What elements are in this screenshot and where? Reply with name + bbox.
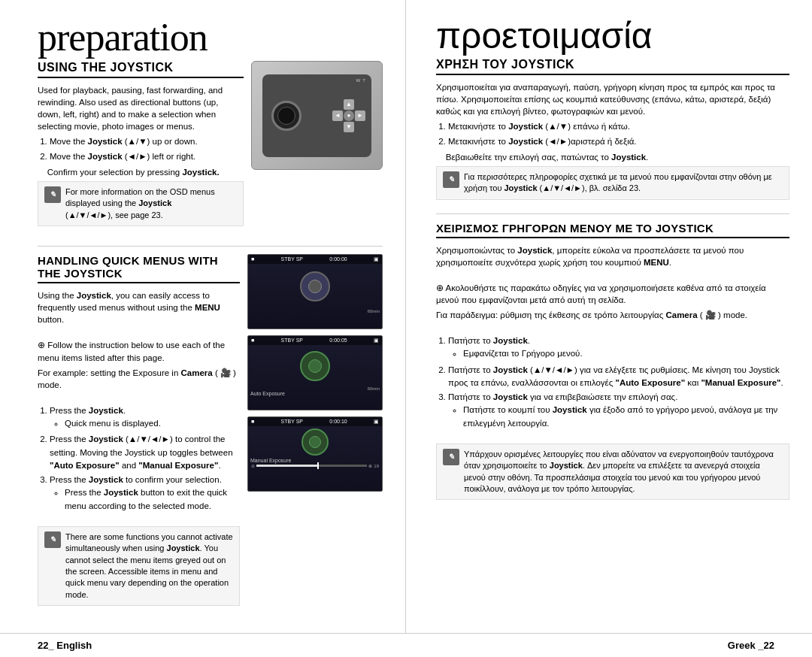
camera-image: ▲ ◄ ● ► ▼ W T [251, 61, 383, 232]
right-column: προετοιμασία ΧΡΗΣΗ ΤΟΥ JOYSTICK Χρησιμοπ… [406, 0, 812, 633]
greek-section1: ΧΡΗΣΗ ΤΟΥ JOYSTICK Χρησιμοποιείται για α… [436, 58, 789, 200]
handling-steps: Press the Joystick. Quick menu is displa… [38, 404, 240, 513]
note-text-1: For more information on the OSD menus di… [65, 186, 237, 221]
greek-note-box-2: ✎ Υπάρχουν ορισμένες λειτουργίες που είν… [436, 444, 789, 501]
greek-section1-body: Χρησιμοποιείται για αναπαραγωγή, παύση, … [436, 81, 789, 117]
greek-note-icon-1: ✎ [443, 171, 459, 188]
handling-body: Using the Joystick, you can easily acces… [38, 289, 240, 325]
section2-handling: HANDLING QUICK MENUS WITH THE JOYSTICK U… [38, 254, 383, 612]
left-column: preparation USING THE JOYSTICK Used for … [0, 0, 406, 633]
greek-note-icon-2: ✎ [443, 449, 459, 465]
greek-section1-steps: Μετακινήστε το Joystick (▲/▼) επάνω ή κά… [436, 120, 789, 148]
screens-column: ■ STBY SP 0:00:00 ▣ 60min [247, 254, 383, 612]
greek-title: προετοιμασία [436, 15, 789, 56]
screen2-label: Auto Exposure [248, 391, 382, 398]
greek-section2-header: ΧΕΙΡΙΣΜΟΣ ΓΡΗΓΟΡΩΝ ΜΕΝΟΥ ΜΕ ΤΟ JOYSTICK [436, 222, 789, 238]
greek-hstep1: Πατήστε το Joystick. Εμφανίζεται το Γρήγ… [448, 335, 789, 361]
screen2-status: ■ STBY SP 0:00:05 ▣ [248, 336, 382, 345]
hstep3: Press the Joystick to confirm your selec… [50, 474, 240, 513]
hbullet2: Press the Joystick button to exit the qu… [65, 486, 240, 513]
screen3-label: Manual Exposure [248, 458, 382, 463]
screen3-container: ■ STBY SP 0:00:10 ▣ Manual Exposure [247, 416, 383, 492]
section1-header: USING THE JOYSTICK [38, 61, 244, 78]
main-content: preparation USING THE JOYSTICK Used for … [0, 0, 812, 633]
hbullet1: Quick menu is displayed. [65, 417, 240, 430]
page: preparation USING THE JOYSTICK Used for … [0, 0, 812, 657]
greek-handling-body: Χρησιμοποιώντας το Joystick, μπορείτε εύ… [436, 244, 789, 268]
greek-hstep3: Πατήστε το Joystick για να επιβεβαιώσετε… [448, 391, 789, 430]
note-box-2: ✎ There are some functions you cannot ac… [38, 526, 240, 606]
handling-example: For example: setting the Exposure in Cam… [38, 367, 240, 391]
screen3: ■ STBY SP 0:00:10 ▣ Manual Exposure [247, 416, 383, 492]
footer: 22_ English Greek _22 [0, 633, 812, 657]
note-box-1: ✎ For more information on the OSD menus … [38, 181, 244, 226]
screen2-container: ■ STBY SP 0:00:05 ▣ 60min [247, 335, 383, 410]
note-icon-2: ✎ [44, 531, 61, 548]
greek-step3: Βεβαιωθείτε την επιλογή σας, πατώντας το… [436, 151, 789, 163]
greek-step1: Μετακινήστε το Joystick (▲/▼) επάνω ή κά… [448, 120, 789, 133]
hstep2: Press the Joystick (▲/▼/◄/►) to control … [50, 433, 240, 472]
screen1-status: ■ STBY SP 0:00:00 ▣ [248, 255, 382, 264]
handling-text: HANDLING QUICK MENUS WITH THE JOYSTICK U… [38, 254, 240, 612]
greek-hstep2: Πατήστε το Joystick (▲/▼/◄/►) για να ελέ… [448, 364, 789, 390]
screen3-status: ■ STBY SP 0:00:10 ▣ [248, 417, 382, 426]
step1: Move the Joystick (▲/▼) up or down. [50, 135, 244, 148]
screen2: ■ STBY SP 0:00:05 ▣ 60min [247, 335, 383, 410]
greek-handling-instruction: ⊕ Ακολουθήστε τις παρακάτω οδηγίες για ν… [436, 282, 789, 306]
greek-step2: Μετακινήστε το Joystick (◄/►)αριστερά ή … [448, 135, 789, 148]
greek-section2: ΧΕΙΡΙΣΜΟΣ ΓΡΗΓΟΡΩΝ ΜΕΝΟΥ ΜΕ ΤΟ JOYSTICK … [436, 222, 789, 501]
greek-note-text-2: Υπάρχουν ορισμένες λειτουργίες που είναι… [464, 449, 783, 495]
section1-steps: Move the Joystick (▲/▼) up or down. Move… [38, 135, 244, 163]
screen1-container: ■ STBY SP 0:00:00 ▣ 60min [247, 254, 383, 329]
greek-hbullet2: Πατήστε το κουμπί του Joystick για έξοδο… [463, 404, 789, 430]
note-text-2: There are some functions you cannot acti… [65, 531, 233, 601]
step3: Confirm your selection by pressing Joyst… [38, 166, 244, 178]
greek-handling-steps: Πατήστε το Joystick. Εμφανίζεται το Γρήγ… [436, 335, 789, 430]
footer-page-right: Greek _22 [728, 640, 774, 651]
greek-handling-example: Για παράδειγμα: ρύθμιση της έκθεσης σε τ… [436, 309, 789, 321]
section1-text: USING THE JOYSTICK Used for playback, pa… [38, 61, 244, 232]
greek-note-text-1: Για περισσότερες πληροφορίες σχετικά με … [464, 171, 783, 195]
footer-page-left: 22_ English [38, 640, 92, 651]
section1-using-joystick: USING THE JOYSTICK Used for playback, pa… [38, 61, 383, 232]
preparation-title: preparation [38, 15, 383, 59]
greek-note-box-1: ✎ Για περισσότερες πληροφορίες σχετικά μ… [436, 166, 789, 200]
hstep1: Press the Joystick. Quick menu is displa… [50, 404, 240, 431]
section2-header: HANDLING QUICK MENUS WITH THE JOYSTICK [38, 254, 240, 283]
note-icon-1: ✎ [44, 186, 61, 203]
step2: Move the Joystick (◄/►) left or right. [50, 150, 244, 163]
greek-section1-header: ΧΡΗΣΗ ΤΟΥ JOYSTICK [436, 58, 789, 75]
section1-body: Used for playback, pausing, fast forward… [38, 84, 244, 132]
screen1: ■ STBY SP 0:00:00 ▣ 60min [247, 254, 383, 329]
greek-hbullet1: Εμφανίζεται το Γρήγορο μενού. [463, 347, 789, 360]
handling-instruction: ⊕ Follow the instruction below to use ea… [38, 339, 240, 363]
